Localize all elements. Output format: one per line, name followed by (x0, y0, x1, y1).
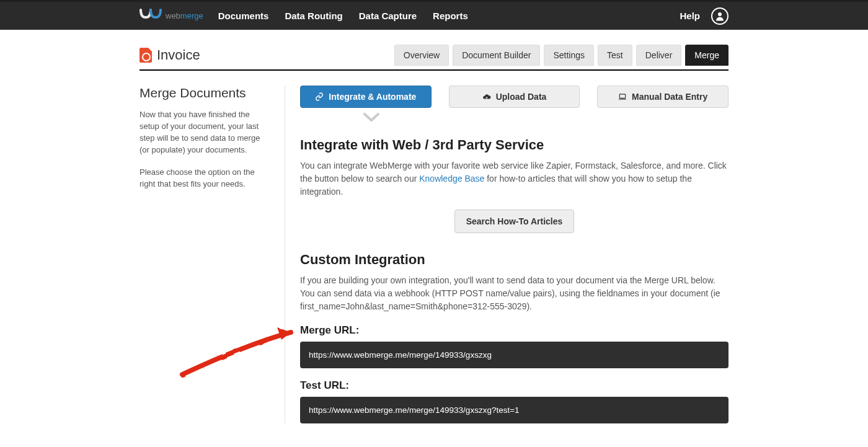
option-upload-label: Upload Data (496, 92, 547, 102)
tab-merge[interactable]: Merge (685, 45, 728, 66)
sidebar-paragraph-2: Please choose the option on the right th… (140, 167, 270, 190)
nav-help[interactable]: Help (680, 11, 700, 21)
brand-web: web (166, 11, 180, 20)
merge-url-label: Merge URL: (300, 324, 728, 337)
page-header: Invoice Overview Document Builder Settin… (140, 30, 728, 71)
brand-logo[interactable]: webmerge (140, 7, 203, 25)
option-integrate-label: Integrate & Automate (329, 92, 416, 102)
custom-heading: Custom Integration (300, 252, 728, 268)
logo-icon (140, 7, 166, 25)
top-navigation-bar: webmerge Documents Data Routing Data Cap… (0, 0, 868, 30)
user-avatar-icon[interactable] (711, 7, 728, 25)
document-tabs: Overview Document Builder Settings Test … (394, 45, 728, 66)
option-manual-label: Manual Data Entry (632, 92, 707, 102)
tab-overview[interactable]: Overview (394, 45, 449, 66)
nav-reports[interactable]: Reports (433, 11, 468, 21)
sidebar-paragraph-1: Now that you have finished the setup of … (140, 109, 270, 156)
integrate-description: You can integrate WebMerge with your fav… (300, 159, 728, 198)
laptop-icon (618, 92, 627, 101)
integrate-heading: Integrate with Web / 3rd Party Service (300, 137, 728, 153)
nav-data-routing[interactable]: Data Routing (285, 11, 342, 21)
tab-test[interactable]: Test (598, 45, 632, 66)
svg-point-0 (718, 12, 722, 16)
cloud-upload-icon (482, 92, 491, 101)
pdf-icon (140, 48, 152, 63)
merge-url-box[interactable]: https://www.webmerge.me/merge/149933/gxs… (300, 342, 728, 368)
tab-document-builder[interactable]: Document Builder (453, 45, 540, 66)
page-title: Invoice (157, 47, 200, 63)
vertical-divider (285, 86, 285, 423)
search-howto-button[interactable]: Search How-To Articles (454, 210, 575, 233)
link-icon (315, 92, 324, 101)
chevron-down-icon (363, 112, 380, 126)
svg-rect-1 (619, 94, 625, 98)
brand-merge: merge (180, 11, 203, 20)
test-url-label: Test URL: (300, 379, 728, 392)
option-integrate-automate[interactable]: Integrate & Automate (300, 86, 432, 108)
nav-data-capture[interactable]: Data Capture (359, 11, 417, 21)
tab-deliver[interactable]: Deliver (636, 45, 682, 66)
custom-integration-section: Custom Integration If you are building y… (300, 252, 728, 423)
main-nav: Documents Data Routing Data Capture Repo… (218, 11, 468, 21)
main-panel: Integrate & Automate Upload Data Manual … (300, 86, 728, 423)
option-upload-data[interactable]: Upload Data (449, 86, 580, 108)
nav-documents[interactable]: Documents (218, 11, 269, 21)
integrate-section: Integrate with Web / 3rd Party Service Y… (300, 137, 728, 233)
knowledge-base-link[interactable]: Knowledge Base (419, 174, 484, 184)
sidebar-heading: Merge Documents (140, 86, 270, 100)
test-url-box[interactable]: https://www.webmerge.me/merge/149933/gxs… (300, 397, 728, 423)
tab-settings[interactable]: Settings (544, 45, 594, 66)
option-manual-entry[interactable]: Manual Data Entry (597, 86, 728, 108)
sidebar: Merge Documents Now that you have finish… (140, 86, 270, 423)
merge-option-row: Integrate & Automate Upload Data Manual … (300, 86, 728, 108)
custom-description: If you are building your own integration… (300, 274, 728, 313)
